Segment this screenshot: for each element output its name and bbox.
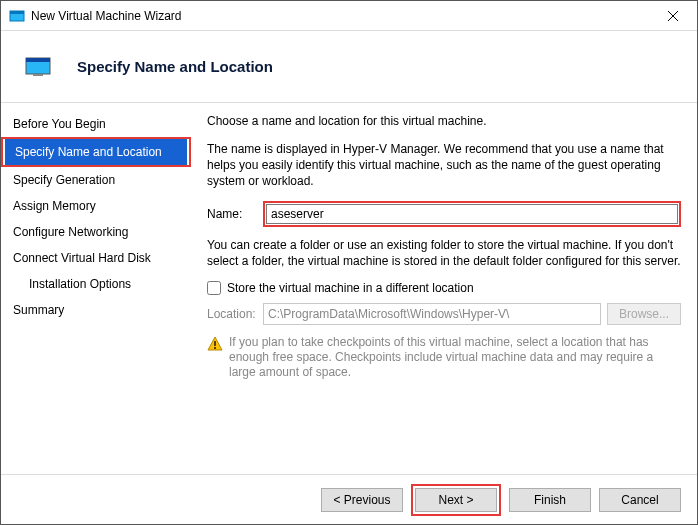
sidebar: Before You BeginSpecify Name and Locatio…	[1, 103, 191, 474]
sidebar-item-4[interactable]: Configure Networking	[1, 219, 191, 245]
sidebar-item-3[interactable]: Assign Memory	[1, 193, 191, 219]
svg-rect-8	[214, 341, 216, 346]
name-row: Name:	[207, 201, 681, 227]
sidebar-item-2[interactable]: Specify Generation	[1, 167, 191, 193]
main-panel: Choose a name and location for this virt…	[191, 103, 697, 474]
close-button[interactable]	[651, 1, 695, 31]
desc-text: The name is displayed in Hyper-V Manager…	[207, 141, 681, 189]
sidebar-item-5[interactable]: Connect Virtual Hard Disk	[1, 245, 191, 271]
next-highlight: Next >	[411, 484, 501, 516]
location-input	[263, 303, 601, 325]
store-different-label: Store the virtual machine in a different…	[227, 281, 474, 295]
browse-button: Browse...	[607, 303, 681, 325]
vm-icon	[25, 57, 51, 77]
location-label: Location:	[207, 307, 263, 321]
location-row: Location: Browse...	[207, 303, 681, 325]
svg-rect-1	[10, 11, 24, 14]
info-row: If you plan to take checkpoints of this …	[207, 335, 681, 380]
svg-rect-6	[33, 74, 43, 76]
footer: < Previous Next > Finish Cancel	[1, 474, 697, 524]
name-input[interactable]	[266, 204, 678, 224]
page-title: Specify Name and Location	[77, 58, 273, 75]
store-different-checkbox[interactable]	[207, 281, 221, 295]
sidebar-item-label: Specify Name and Location	[5, 139, 187, 165]
app-icon	[9, 8, 25, 24]
sidebar-item-7[interactable]: Summary	[1, 297, 191, 323]
wizard-body: Before You BeginSpecify Name and Locatio…	[1, 103, 697, 474]
next-button[interactable]: Next >	[415, 488, 497, 512]
store-different-row: Store the virtual machine in a different…	[207, 281, 681, 295]
name-highlight	[263, 201, 681, 227]
svg-rect-5	[26, 58, 50, 62]
finish-button[interactable]: Finish	[509, 488, 591, 512]
window-title: New Virtual Machine Wizard	[31, 9, 651, 23]
name-label: Name:	[207, 207, 263, 221]
intro-text: Choose a name and location for this virt…	[207, 113, 681, 129]
titlebar: New Virtual Machine Wizard	[1, 1, 697, 31]
sidebar-item-1[interactable]: Specify Name and Location	[1, 137, 191, 167]
cancel-button[interactable]: Cancel	[599, 488, 681, 512]
previous-button[interactable]: < Previous	[321, 488, 403, 512]
page-header: Specify Name and Location	[1, 31, 697, 103]
info-text: If you plan to take checkpoints of this …	[229, 335, 681, 380]
sidebar-item-0[interactable]: Before You Begin	[1, 111, 191, 137]
wizard-window: New Virtual Machine Wizard Specify Name …	[0, 0, 698, 525]
sidebar-item-6[interactable]: Installation Options	[1, 271, 191, 297]
warning-icon	[207, 336, 223, 380]
svg-rect-9	[214, 347, 216, 349]
folder-desc: You can create a folder or use an existi…	[207, 237, 681, 269]
